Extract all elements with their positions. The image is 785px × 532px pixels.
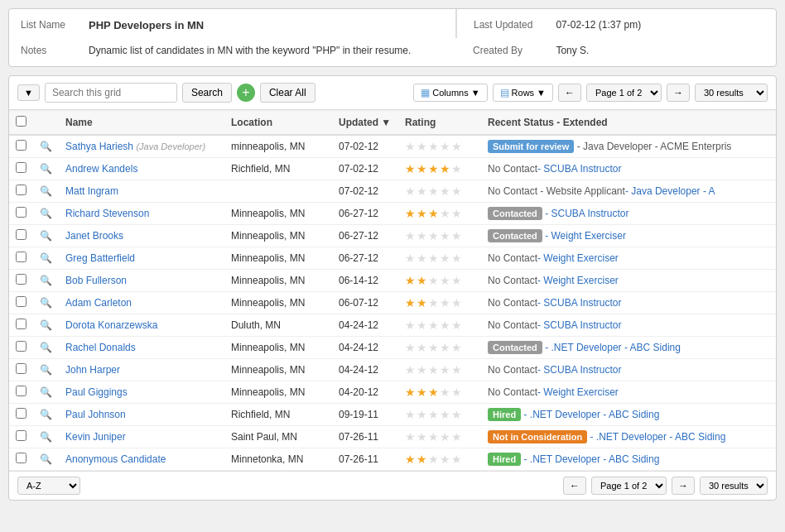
rows-button[interactable]: ▤ Rows ▼: [493, 84, 553, 102]
row-search-icon[interactable]: 🔍: [33, 359, 59, 381]
results-select[interactable]: 30 results 50 results 100 results: [695, 84, 768, 102]
filter-dropdown-btn[interactable]: ▼: [17, 84, 40, 101]
candidate-name-link[interactable]: Sathya Hariesh: [65, 141, 133, 152]
table-row: 🔍Dorota KonarzewskaDuluth, MN04-24-12★★★…: [9, 314, 776, 337]
candidate-name-link[interactable]: Richard Stevenson: [65, 208, 149, 219]
candidate-name-link[interactable]: Rachel Donalds: [65, 342, 136, 353]
status-link[interactable]: - .NET Developer - ABC Siding: [590, 431, 726, 443]
row-rating[interactable]: ★★★★★: [398, 180, 481, 203]
row-search-icon[interactable]: 🔍: [33, 381, 59, 404]
status-link[interactable]: - Java Developer - A: [625, 185, 715, 197]
bottom-next-button[interactable]: →: [672, 477, 695, 495]
search-input[interactable]: [45, 83, 177, 103]
row-rating[interactable]: ★★★★★: [398, 359, 481, 381]
row-checkbox[interactable]: [16, 341, 26, 352]
row-rating[interactable]: ★★★★★: [398, 225, 481, 247]
status-link[interactable]: - Weight Exerciser: [545, 230, 626, 242]
prev-page-button[interactable]: ←: [558, 84, 581, 102]
bottom-results-select[interactable]: 30 results 50 results: [700, 477, 768, 495]
header-name[interactable]: Name: [59, 111, 224, 136]
header-rating[interactable]: Rating: [398, 111, 481, 136]
row-rating[interactable]: ★★★★★: [398, 203, 481, 225]
status-link[interactable]: - .NET Developer - ABC Siding: [545, 342, 681, 353]
row-rating[interactable]: ★★★★★: [398, 337, 481, 359]
status-link[interactable]: - .NET Developer - ABC Siding: [523, 409, 659, 420]
row-rating[interactable]: ★★★★★: [398, 381, 481, 404]
next-page-button[interactable]: →: [667, 84, 690, 102]
status-link[interactable]: - SCUBA Instructor: [537, 319, 621, 331]
candidate-name-link[interactable]: Kevin Juniper: [65, 431, 126, 443]
row-search-icon[interactable]: 🔍: [33, 448, 59, 471]
row-rating[interactable]: ★★★★★: [398, 270, 481, 292]
page-select[interactable]: Page 1 of 2 Page 2 of 2: [586, 84, 662, 102]
row-checkbox[interactable]: [16, 229, 26, 240]
row-checkbox[interactable]: [16, 408, 26, 419]
columns-button[interactable]: ▦ Columns ▼: [413, 84, 487, 102]
row-rating[interactable]: ★★★★★: [398, 135, 481, 158]
candidate-name-link[interactable]: Janet Brooks: [65, 230, 123, 242]
row-search-icon[interactable]: 🔍: [33, 426, 59, 448]
row-checkbox[interactable]: [16, 296, 26, 307]
row-checkbox[interactable]: [16, 430, 26, 441]
row-rating[interactable]: ★★★★★: [398, 158, 481, 180]
row-rating[interactable]: ★★★★★: [398, 448, 481, 471]
row-search-icon[interactable]: 🔍: [33, 314, 59, 337]
row-search-icon[interactable]: 🔍: [33, 158, 59, 180]
add-button[interactable]: +: [237, 84, 255, 102]
row-checkbox[interactable]: [16, 453, 26, 463]
candidate-name-link[interactable]: Dorota Konarzewska: [65, 319, 157, 331]
row-search-icon[interactable]: 🔍: [33, 203, 59, 225]
select-all-checkbox[interactable]: [16, 116, 26, 127]
status-link[interactable]: - SCUBA Instructor: [537, 364, 621, 376]
row-checkbox[interactable]: [16, 252, 26, 262]
candidate-name-link[interactable]: Matt Ingram: [65, 185, 118, 197]
row-rating[interactable]: ★★★★★: [398, 314, 481, 337]
status-link[interactable]: - .NET Developer - ABC Siding: [523, 453, 659, 465]
row-search-icon[interactable]: 🔍: [33, 292, 59, 314]
row-checkbox[interactable]: [16, 140, 26, 151]
row-checkbox[interactable]: [16, 274, 26, 285]
candidate-name-link[interactable]: Adam Carleton: [65, 297, 132, 309]
status-link[interactable]: - SCUBA Instructor: [537, 297, 621, 309]
header-status[interactable]: Recent Status - Extended: [481, 111, 776, 136]
row-search-icon[interactable]: 🔍: [33, 135, 59, 158]
sort-select[interactable]: A-Z Z-A Updated: [17, 477, 80, 495]
row-checkbox[interactable]: [16, 207, 26, 218]
row-rating[interactable]: ★★★★★: [398, 292, 481, 314]
candidate-name-link[interactable]: Andrew Kandels: [65, 163, 137, 175]
candidate-name-link[interactable]: John Harper: [65, 364, 120, 376]
row-rating[interactable]: ★★★★★: [398, 247, 481, 270]
row-rating[interactable]: ★★★★★: [398, 404, 481, 426]
status-link[interactable]: - SCUBA Instructor: [537, 163, 621, 175]
header-location[interactable]: Location: [224, 111, 332, 136]
status-link[interactable]: - Weight Exerciser: [537, 275, 619, 286]
bottom-prev-button[interactable]: ←: [563, 477, 586, 495]
candidate-name-link[interactable]: Greg Batterfield: [65, 252, 135, 264]
status-link[interactable]: - Weight Exerciser: [537, 386, 619, 398]
row-checkbox[interactable]: [16, 363, 26, 374]
row-search-icon[interactable]: 🔍: [33, 180, 59, 203]
row-rating[interactable]: ★★★★★: [398, 426, 481, 448]
search-button[interactable]: Search: [182, 83, 232, 103]
clear-button[interactable]: Clear All: [260, 83, 315, 103]
row-search-icon[interactable]: 🔍: [33, 270, 59, 292]
row-search-icon[interactable]: 🔍: [33, 404, 59, 426]
candidate-name-link[interactable]: Anonymous Candidate: [65, 453, 166, 465]
row-checkbox[interactable]: [16, 319, 26, 329]
status-link[interactable]: - Weight Exerciser: [537, 252, 619, 264]
row-checkbox[interactable]: [16, 185, 26, 195]
star-empty: ★: [405, 363, 416, 376]
header-updated[interactable]: Updated ▼: [332, 111, 398, 136]
star-empty: ★: [440, 453, 450, 466]
candidate-name-link[interactable]: Bob Fullerson: [65, 275, 127, 286]
row-checkbox[interactable]: [16, 162, 26, 173]
star-empty: ★: [440, 341, 450, 354]
row-search-icon[interactable]: 🔍: [33, 225, 59, 247]
row-search-icon[interactable]: 🔍: [33, 247, 59, 270]
bottom-page-select[interactable]: Page 1 of 2 Page 2 of 2: [591, 477, 667, 495]
candidate-name-link[interactable]: Paul Johnson: [65, 409, 126, 420]
row-search-icon[interactable]: 🔍: [33, 337, 59, 359]
status-link[interactable]: - SCUBA Instructor: [545, 208, 628, 219]
row-checkbox[interactable]: [16, 386, 26, 396]
candidate-name-link[interactable]: Paul Giggings: [65, 386, 128, 398]
